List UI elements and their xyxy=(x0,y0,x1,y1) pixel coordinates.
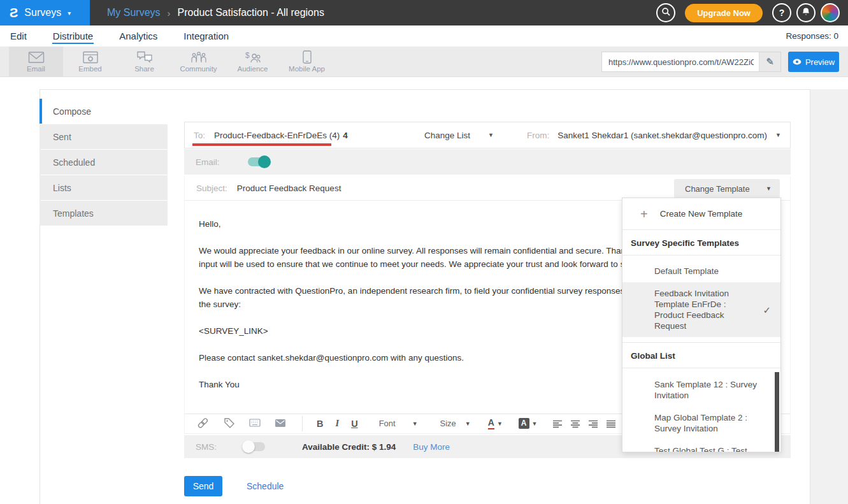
merge-tag-icon[interactable] xyxy=(224,418,234,430)
tab-edit[interactable]: Edit xyxy=(10,28,27,44)
highlight-color-dropdown[interactable]: A ▼ xyxy=(519,418,538,429)
template-option[interactable]: Sank Template 12 : Survey Invitation xyxy=(622,373,780,407)
eye-icon xyxy=(793,57,801,67)
template-option[interactable]: Test Global Test G : Test PAA G xyxy=(622,440,780,452)
email-icon xyxy=(28,51,45,64)
channel-tab-embed[interactable]: Embed xyxy=(63,47,117,76)
sms-label: SMS: xyxy=(196,442,217,452)
toolbar-divider xyxy=(302,416,303,431)
help-button[interactable]: ? xyxy=(772,3,791,22)
text-color-icon: A xyxy=(488,418,494,429)
template-option-label: Feedback Invitation Template EnFrDe : Pr… xyxy=(654,289,729,331)
breadcrumb-my-surveys[interactable]: My Surveys xyxy=(107,7,161,18)
channel-label: Embed xyxy=(78,65,101,73)
page-background xyxy=(810,89,848,504)
font-size-dropdown[interactable]: Size ▼ xyxy=(440,419,471,428)
email-toggle[interactable] xyxy=(248,157,269,166)
channel-tab-community[interactable]: Community xyxy=(171,47,226,76)
tab-integration[interactable]: Integration xyxy=(183,28,229,44)
change-template-menu: + Create New Template Survey Specific Te… xyxy=(622,198,781,452)
recipient-red-underline xyxy=(192,143,331,146)
survey-tabbar: Edit Distribute Analytics Integration Re… xyxy=(0,25,848,47)
checkmark-icon: ✓ xyxy=(763,305,771,315)
buy-more-link[interactable]: Buy More xyxy=(413,442,450,452)
notifications-button[interactable] xyxy=(796,3,816,22)
schedule-link[interactable]: Schedule xyxy=(247,481,284,491)
menu-scrollbar[interactable] xyxy=(775,372,779,452)
email-toggle-row: Email: xyxy=(184,149,791,175)
channel-label: Email xyxy=(27,65,45,73)
sender-name-email: Sanket1 Shekdar1 (sanket.shekdar@questio… xyxy=(557,131,767,140)
channel-tab-mobile-app[interactable]: Mobile App xyxy=(280,47,334,76)
mobile-phone-icon xyxy=(303,50,312,64)
svg-text:$: $ xyxy=(245,51,250,60)
chevron-down-icon: ▼ xyxy=(775,132,781,138)
bold-button[interactable]: B xyxy=(317,419,323,429)
align-center-icon[interactable] xyxy=(570,420,580,428)
tab-analytics[interactable]: Analytics xyxy=(119,28,158,44)
survey-url-group: ✎ xyxy=(601,52,781,72)
topbar-actions: Upgrade Now ? xyxy=(656,3,848,22)
align-justify-icon[interactable] xyxy=(606,420,616,428)
sidebar-item-scheduled[interactable]: Scheduled xyxy=(40,150,168,175)
user-avatar[interactable] xyxy=(821,3,840,22)
change-template-button[interactable]: Change Template ▼ xyxy=(674,179,780,198)
keyboard-icon[interactable] xyxy=(249,419,261,429)
preview-button[interactable]: Preview xyxy=(788,52,839,72)
to-label: To: xyxy=(194,131,205,140)
sidebar-item-sent[interactable]: Sent xyxy=(40,124,168,149)
recipients-row: To: Product-Feedback-EnFrDeEs (4) 4 Chan… xyxy=(184,122,791,148)
text-style-tools: B I U Font ▼ Size ▼ A ▼ xyxy=(317,418,537,429)
channel-label: Share xyxy=(134,65,154,73)
insert-link-icon[interactable] xyxy=(196,416,212,432)
create-new-template-item[interactable]: + Create New Template xyxy=(622,198,780,230)
chevron-down-icon: ▼ xyxy=(532,421,538,427)
text-color-dropdown[interactable]: A ▼ xyxy=(488,418,503,429)
size-label: Size xyxy=(440,419,456,428)
chevron-down-icon: ▼ xyxy=(488,132,494,138)
search-button[interactable] xyxy=(656,3,675,22)
edit-url-button[interactable]: ✎ xyxy=(759,52,780,71)
breadcrumb-separator: › xyxy=(168,8,171,18)
italic-button[interactable]: I xyxy=(335,418,339,429)
tab-distribute[interactable]: Distribute xyxy=(52,28,94,44)
distribute-channel-bar: Email Embed Share Community $ Audience xyxy=(0,47,848,77)
channel-label: Mobile App xyxy=(289,65,325,73)
email-template-icon[interactable] xyxy=(275,419,285,429)
channel-label: Audience xyxy=(238,65,268,73)
channel-tab-email[interactable]: Email xyxy=(9,47,63,76)
send-button[interactable]: Send xyxy=(184,476,222,496)
insert-tools xyxy=(198,418,285,430)
survey-title: Product Satisfaction - All regions xyxy=(178,7,324,18)
underline-button[interactable]: U xyxy=(351,419,357,429)
audience-icon: $ xyxy=(245,51,261,64)
sidebar-item-lists[interactable]: Lists xyxy=(40,175,168,200)
product-switcher[interactable]: Ƨ Surveys ▾ xyxy=(0,0,90,25)
chevron-down-icon: ▼ xyxy=(497,421,503,427)
responses-count: Responses: 0 xyxy=(786,31,838,41)
recipient-list-name[interactable]: Product-Feedback-EnFrDeEs (4) xyxy=(214,131,340,140)
pencil-icon: ✎ xyxy=(766,56,774,68)
upgrade-now-button[interactable]: Upgrade Now xyxy=(685,4,763,22)
email-sidebar-menu: Compose Sent Scheduled Lists Templates xyxy=(40,99,168,226)
template-option-default[interactable]: Default Template xyxy=(622,260,780,282)
survey-url-input[interactable] xyxy=(601,52,781,72)
from-label: From: xyxy=(527,131,549,140)
bell-icon xyxy=(801,7,810,18)
channel-tab-share[interactable]: Share xyxy=(117,47,171,76)
available-credit: Available Credit: $ 1.94 xyxy=(302,442,396,452)
channel-tab-audience[interactable]: $ Audience xyxy=(226,47,280,76)
align-right-icon[interactable] xyxy=(588,420,598,428)
font-family-dropdown[interactable]: Font ▼ xyxy=(379,419,418,428)
change-list-dropdown[interactable]: Change List ▼ xyxy=(424,131,494,140)
align-left-icon[interactable] xyxy=(552,420,563,428)
survey-templates-group: Default Template Feedback Invitation Tem… xyxy=(622,256,780,343)
sms-toggle[interactable] xyxy=(243,442,265,451)
sidebar-item-templates[interactable]: Templates xyxy=(40,201,168,226)
from-sender-dropdown[interactable]: From: Sanket1 Shekdar1 (sanket.shekdar@q… xyxy=(527,131,781,140)
template-option-selected[interactable]: Feedback Invitation Template EnFrDe : Pr… xyxy=(622,282,780,337)
template-option[interactable]: Map Global Template 2 : Survey Invitatio… xyxy=(622,407,780,440)
subject-value[interactable]: Product Feedback Request xyxy=(237,184,341,193)
sidebar-item-compose[interactable]: Compose xyxy=(40,99,168,124)
community-icon xyxy=(190,51,207,64)
